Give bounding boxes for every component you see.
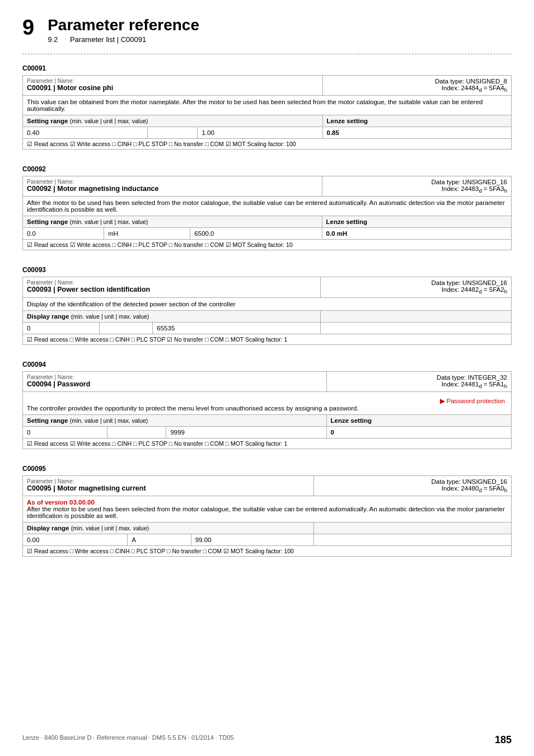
param-type-cell: Data type: UNSIGNED_16 Index: 24480d = 5… bbox=[314, 475, 512, 496]
param-description: Password protection The controller provi… bbox=[23, 391, 512, 414]
param-section-c00095: C00095 Parameter | Name: C00095 | Motor … bbox=[22, 465, 512, 557]
setting-value-row: 0 9999 0 bbox=[23, 426, 512, 438]
description-text: After the motor to be used has been sele… bbox=[27, 506, 505, 519]
lenze-setting-header: Lenze setting bbox=[326, 414, 512, 426]
unit-value: A bbox=[128, 534, 191, 546]
param-description: This value can be obtained from the moto… bbox=[23, 96, 512, 115]
param-name-cell: Parameter | Name: C00095 | Motor magneti… bbox=[23, 475, 314, 496]
param-section-c00093: C00093 Parameter | Name: C00093 | Power … bbox=[22, 266, 512, 344]
access-text: ☑ Read access ☑ Write access □ CINH □ PL… bbox=[23, 438, 512, 449]
description-text: After the motor to be used has been sele… bbox=[27, 199, 505, 213]
range-header: Setting range (min. value | unit | max. … bbox=[23, 216, 322, 228]
data-type: Data type: INTEGER_32 bbox=[331, 374, 508, 381]
param-description-row: After the motor to be used has been sele… bbox=[23, 197, 512, 216]
param-label: Parameter | Name: bbox=[27, 374, 322, 380]
access-row: ☑ Read access □ Write access □ CINH □ PL… bbox=[23, 546, 512, 557]
params-container: C00091 Parameter | Name: C00091 | Motor … bbox=[22, 64, 512, 557]
param-label: Parameter | Name: bbox=[27, 478, 310, 484]
unit-value bbox=[99, 322, 153, 334]
param-header-row: Parameter | Name: C00095 | Motor magneti… bbox=[23, 475, 512, 496]
max-value: 9999 bbox=[166, 426, 326, 438]
max-value: 65535 bbox=[153, 322, 321, 334]
setting-header-row: Setting range (min. value | unit | max. … bbox=[23, 115, 512, 127]
unit-value: mH bbox=[104, 228, 190, 240]
param-id: C00095 bbox=[22, 465, 512, 473]
section-divider bbox=[22, 54, 512, 54]
lenze-value-empty bbox=[314, 534, 512, 546]
param-code: C00093 | Power section identification bbox=[27, 286, 316, 293]
param-table: Parameter | Name: C00091 | Motor cosine … bbox=[22, 75, 512, 150]
index-value: Index: 24484d = 5FA4h bbox=[327, 85, 507, 93]
index-value: Index: 24482d = 5FA2h bbox=[325, 286, 507, 295]
param-id: C00093 bbox=[22, 266, 512, 274]
unit-value bbox=[148, 127, 198, 139]
param-description-row: Display of the identification of the det… bbox=[23, 297, 512, 310]
description-text: The controller provides the opportunity … bbox=[27, 405, 359, 412]
page-header: 9 Parameter reference 9.2 Parameter list… bbox=[22, 17, 512, 44]
setting-header-row: Display range (min. value | unit | max. … bbox=[23, 310, 512, 322]
min-value: 0.0 bbox=[23, 228, 104, 240]
description-text: Display of the identification of the det… bbox=[27, 301, 236, 307]
param-table: Parameter | Name: C00092 | Motor magneti… bbox=[22, 176, 512, 250]
param-header-row: Parameter | Name: C00091 | Motor cosine … bbox=[23, 75, 512, 95]
chapter-title: Parameter reference bbox=[48, 17, 199, 34]
param-code: C00095 | Motor magnetising current bbox=[27, 484, 310, 492]
lenze-empty-header bbox=[321, 310, 512, 322]
param-type-cell: Data type: UNSIGNED_8 Index: 24484d = 5F… bbox=[322, 75, 511, 95]
setting-value-row: 0.00 A 99.00 bbox=[23, 534, 512, 546]
min-value: 0.00 bbox=[23, 534, 128, 546]
lenze-value: 0.85 bbox=[322, 127, 511, 139]
param-header-row: Parameter | Name: C00092 | Motor magneti… bbox=[23, 176, 512, 197]
param-type-cell: Data type: UNSIGNED_16 Index: 24483d = 5… bbox=[322, 176, 511, 197]
param-section-c00092: C00092 Parameter | Name: C00092 | Motor … bbox=[22, 165, 512, 250]
chapter-subtitle: 9.2 Parameter list | C00091 bbox=[48, 35, 199, 44]
access-text: ☑ Read access ☑ Write access □ CINH □ PL… bbox=[23, 240, 512, 250]
param-name-cell: Parameter | Name: C00093 | Power section… bbox=[23, 277, 321, 297]
param-description-row: Password protection The controller provi… bbox=[23, 391, 512, 414]
param-section-c00094: C00094 Parameter | Name: C00094 | Passwo… bbox=[22, 361, 512, 449]
index-value: Index: 24480d = 5FA0h bbox=[318, 485, 507, 493]
param-label: Parameter | Name: bbox=[27, 179, 318, 185]
param-code: C00094 | Password bbox=[27, 380, 322, 388]
param-name-cell: Parameter | Name: C00092 | Motor magneti… bbox=[23, 176, 322, 197]
range-header: Display range (min. value | unit | max. … bbox=[23, 310, 321, 322]
param-code: C00092 | Motor magnetising inductance bbox=[27, 185, 318, 193]
range-header: Display range (min. value | unit | max. … bbox=[23, 522, 314, 534]
min-value: 0 bbox=[23, 426, 107, 438]
index-value: Index: 24483d = 5FA3h bbox=[326, 185, 507, 194]
param-table: Parameter | Name: C00093 | Power section… bbox=[22, 277, 512, 344]
param-section-c00091: C00091 Parameter | Name: C00091 | Motor … bbox=[22, 64, 512, 150]
page-footer: Lenze · 8400 BaseLine D · Reference manu… bbox=[0, 734, 534, 746]
lenze-value-empty bbox=[321, 322, 512, 334]
access-text: ☑ Read access □ Write access □ CINH □ PL… bbox=[23, 546, 512, 557]
param-code: C00091 | Motor cosine phi bbox=[27, 84, 318, 92]
access-row: ☑ Read access □ Write access □ CINH □ PL… bbox=[23, 334, 512, 344]
index-value: Index: 24481d = 5FA1h bbox=[331, 381, 508, 389]
as-of-version: As of version 03.00.00 bbox=[27, 499, 507, 506]
param-name-cell: Parameter | Name: C00091 | Motor cosine … bbox=[23, 75, 323, 95]
lenze-setting-header: Lenze setting bbox=[322, 216, 511, 228]
description-text: This value can be obtained from the moto… bbox=[27, 99, 483, 112]
range-header: Setting range (min. value | unit | max. … bbox=[23, 414, 327, 426]
setting-value-row: 0.0 mH 6500.0 0.0 mH bbox=[23, 228, 512, 240]
param-id: C00092 bbox=[22, 165, 512, 173]
param-type-cell: Data type: INTEGER_32 Index: 24481d = 5F… bbox=[326, 371, 512, 391]
password-protection-link[interactable]: Password protection bbox=[27, 397, 507, 405]
footer-text: Lenze · 8400 BaseLine D · Reference manu… bbox=[22, 734, 234, 746]
lenze-empty-header bbox=[314, 522, 512, 534]
unit-value bbox=[107, 426, 166, 438]
max-value: 1.00 bbox=[198, 127, 322, 139]
lenze-value: 0 bbox=[326, 426, 512, 438]
param-label: Parameter | Name: bbox=[27, 78, 318, 84]
data-type: Data type: UNSIGNED_16 bbox=[325, 279, 507, 286]
lenze-setting-header: Lenze setting bbox=[322, 115, 511, 127]
data-type: Data type: UNSIGNED_8 bbox=[327, 78, 507, 85]
param-type-cell: Data type: UNSIGNED_16 Index: 24482d = 5… bbox=[321, 277, 512, 297]
access-row: ☑ Read access ☑ Write access □ CINH □ PL… bbox=[23, 240, 512, 250]
param-description: As of version 03.00.00 After the motor t… bbox=[23, 496, 512, 522]
data-type: Data type: UNSIGNED_16 bbox=[318, 478, 507, 485]
param-id: C00091 bbox=[22, 64, 512, 72]
chapter-number: 9 bbox=[22, 17, 34, 38]
param-table: Parameter | Name: C00094 | Password Data… bbox=[22, 371, 512, 449]
param-description-row: This value can be obtained from the moto… bbox=[23, 96, 512, 115]
